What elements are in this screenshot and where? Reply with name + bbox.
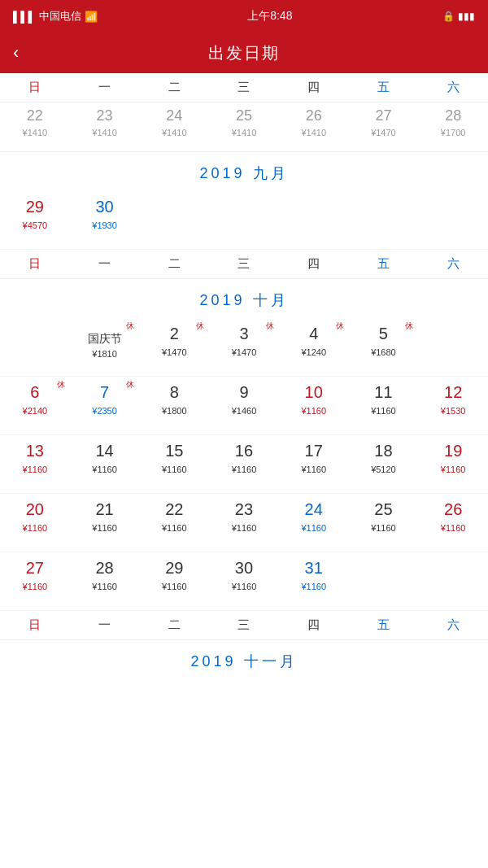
signal-icon: ▌▌▌ — [13, 11, 36, 23]
header: ‹ 出发日期 — [0, 33, 488, 73]
oct-16[interactable]: 16 ¥1160 — [209, 435, 279, 494]
oct-empty-sat — [418, 318, 488, 377]
oct-week2: 休 6 ¥2140 休 7 ¥2350 8 ¥1800 9 ¥1460 10 ¥… — [0, 377, 488, 435]
oct-18[interactable]: 18 ¥5120 — [349, 435, 419, 494]
november-title: 2019 十一月 — [0, 640, 488, 679]
oct-empty-7 — [418, 552, 488, 611]
oct-week4: 20 ¥1160 21 ¥1160 22 ¥1160 23 ¥1160 24 ¥… — [0, 494, 488, 552]
oct-2[interactable]: 休 2 ¥1470 — [139, 318, 209, 377]
day-header-mon: 一 — [70, 73, 140, 102]
back-button[interactable]: ‹ — [13, 42, 19, 63]
day-header-fri: 五 — [349, 73, 419, 102]
september-title: 2019 九月 — [0, 152, 488, 191]
status-carrier: ▌▌▌ 中国电信 📶 — [13, 9, 98, 24]
oct-30[interactable]: 30 ¥1160 — [209, 552, 279, 611]
sep-26[interactable]: 26 ¥1410 — [279, 103, 349, 151]
sep-partial-row: 22 ¥1410 23 ¥1410 24 ¥1410 25 ¥1410 26 ¥… — [0, 103, 488, 152]
oct-6[interactable]: 休 6 ¥2140 — [0, 377, 70, 435]
oct-31[interactable]: 31 ¥1160 — [279, 552, 349, 611]
battery-icon: ▮▮▮ — [458, 11, 475, 22]
day-header-wed: 三 — [209, 73, 279, 102]
oct-20[interactable]: 20 ¥1160 — [0, 494, 70, 552]
october-title: 2019 十月 — [0, 279, 488, 318]
day-header-tue: 二 — [139, 73, 209, 102]
oct-22[interactable]: 22 ¥1160 — [139, 494, 209, 552]
oct-5[interactable]: 休 5 ¥1680 — [349, 318, 419, 377]
day-headers-nov: 日 一 二 三 四 五 六 — [0, 611, 488, 640]
day-headers-sep: 日 一 二 三 四 五 六 — [0, 73, 488, 103]
oct-3[interactable]: 休 3 ¥1470 — [209, 318, 279, 377]
oct-24[interactable]: 24 ¥1160 — [279, 494, 349, 552]
oct-empty-sun — [0, 318, 70, 377]
oct-7[interactable]: 休 7 ¥2350 — [70, 377, 140, 435]
sep-30[interactable]: 30 ¥1930 — [70, 191, 140, 250]
oct-25[interactable]: 25 ¥1160 — [349, 494, 419, 552]
oct-12[interactable]: 12 ¥1530 — [418, 377, 488, 435]
oct-23[interactable]: 23 ¥1160 — [209, 494, 279, 552]
empty-3 — [279, 191, 349, 250]
lock-icon: 🔒 — [442, 11, 455, 22]
carrier-name: 中国电信 — [39, 9, 81, 24]
calendar: 日 一 二 三 四 五 六 22 ¥1410 23 ¥1410 24 ¥1410… — [0, 73, 488, 679]
oct-11[interactable]: 11 ¥1160 — [349, 377, 419, 435]
sep-29[interactable]: 29 ¥4570 — [0, 191, 70, 250]
day-header-sun: 日 — [0, 73, 70, 102]
sep-last-week: 29 ¥4570 30 ¥1930 — [0, 191, 488, 250]
day-header-sat: 六 — [418, 73, 488, 102]
oct-26[interactable]: 26 ¥1160 — [418, 494, 488, 552]
oct-week1: 休 国庆节 ¥1810 休 2 ¥1470 休 3 ¥1470 休 4 ¥124… — [0, 318, 488, 377]
sep-23[interactable]: 23 ¥1410 — [70, 103, 140, 151]
empty-1 — [139, 191, 209, 250]
empty-2 — [209, 191, 279, 250]
status-right: 🔒 ▮▮▮ — [442, 11, 475, 22]
day-headers-oct: 日 一 二 三 四 五 六 — [0, 250, 488, 279]
oct-13[interactable]: 13 ¥1160 — [0, 435, 70, 494]
sep-25[interactable]: 25 ¥1410 — [209, 103, 279, 151]
sep-22[interactable]: 22 ¥1410 — [0, 103, 70, 151]
sep-24[interactable]: 24 ¥1410 — [139, 103, 209, 151]
oct-1[interactable]: 休 国庆节 ¥1810 — [70, 318, 140, 377]
empty-5 — [418, 191, 488, 250]
status-time: 上午8:48 — [247, 9, 292, 24]
oct-week3: 13 ¥1160 14 ¥1160 15 ¥1160 16 ¥1160 17 ¥… — [0, 435, 488, 494]
oct-14[interactable]: 14 ¥1160 — [70, 435, 140, 494]
empty-4 — [349, 191, 419, 250]
oct-week5: 27 ¥1160 28 ¥1160 29 ¥1160 30 ¥1160 31 ¥… — [0, 552, 488, 611]
sep-28[interactable]: 28 ¥1700 — [418, 103, 488, 151]
day-header-thu: 四 — [279, 73, 349, 102]
oct-empty-6 — [349, 552, 419, 611]
oct-27[interactable]: 27 ¥1160 — [0, 552, 70, 611]
page-title: 出发日期 — [208, 42, 280, 64]
oct-15[interactable]: 15 ¥1160 — [139, 435, 209, 494]
oct-19[interactable]: 19 ¥1160 — [418, 435, 488, 494]
sep-27[interactable]: 27 ¥1470 — [349, 103, 419, 151]
wifi-icon: 📶 — [85, 11, 98, 23]
oct-10[interactable]: 10 ¥1160 — [279, 377, 349, 435]
oct-8[interactable]: 8 ¥1800 — [139, 377, 209, 435]
oct-9[interactable]: 9 ¥1460 — [209, 377, 279, 435]
oct-17[interactable]: 17 ¥1160 — [279, 435, 349, 494]
oct-28[interactable]: 28 ¥1160 — [70, 552, 140, 611]
oct-4[interactable]: 休 4 ¥1240 — [279, 318, 349, 377]
oct-29[interactable]: 29 ¥1160 — [139, 552, 209, 611]
oct-21[interactable]: 21 ¥1160 — [70, 494, 140, 552]
status-bar: ▌▌▌ 中国电信 📶 上午8:48 🔒 ▮▮▮ — [0, 0, 488, 33]
